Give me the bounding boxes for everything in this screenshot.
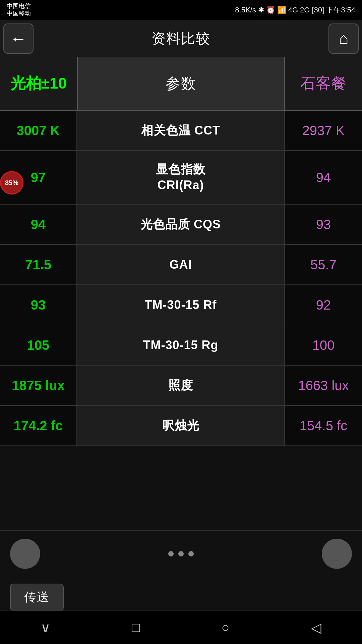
cell-left-fc: 174.2 fc xyxy=(0,406,77,445)
cell-center-cct: 相关色温 CCT xyxy=(77,111,285,150)
bottom-bar xyxy=(0,530,362,577)
wifi-icon: 📶 xyxy=(277,6,286,14)
cell-left-rf: 93 xyxy=(0,285,77,325)
home-button[interactable]: ⌂ xyxy=(328,23,359,54)
percent-text: 85% xyxy=(5,179,18,187)
param-label-lux: 照度 xyxy=(168,378,193,393)
table-row: 94 光色品质 CQS 93 xyxy=(0,205,362,245)
dot-1 xyxy=(168,551,174,556)
cell-left-cri: 97 85% xyxy=(0,151,77,204)
right-value-fc: 154.5 fc xyxy=(300,418,347,433)
signal-4g-icon: 4G xyxy=(288,6,298,14)
cell-left-cqs: 94 xyxy=(0,205,77,244)
cell-right-rg: 100 xyxy=(285,325,362,365)
cell-right-cct: 2937 K xyxy=(285,111,362,150)
page-dots xyxy=(168,551,194,556)
cell-right-cri: 94 xyxy=(285,151,362,204)
left-value-cri: 97 xyxy=(31,170,46,185)
left-value-gai: 71.5 xyxy=(25,257,51,272)
right-value-rf: 92 xyxy=(316,298,331,313)
battery-label: [30] xyxy=(312,6,324,14)
cell-left-cct: 3007 K xyxy=(0,111,77,150)
cell-left-rg: 105 xyxy=(0,325,77,365)
left-value-lux: 1875 lux xyxy=(12,378,65,393)
left-circle-button[interactable] xyxy=(10,539,40,569)
param-label-cct: 相关色温 CCT xyxy=(141,123,220,139)
cell-left-gai: 71.5 xyxy=(0,245,77,284)
table-row: 3007 K 相关色温 CCT 2937 K xyxy=(0,111,362,151)
table-row: 1875 lux 照度 1663 lux xyxy=(0,366,362,406)
table-row: 93 TM-30-15 Rf 92 xyxy=(0,285,362,325)
table-row: 174.2 fc 呎烛光 154.5 fc xyxy=(0,406,362,446)
table-row: 105 TM-30-15 Rg 100 xyxy=(0,325,362,366)
carrier1: 中国电信 xyxy=(7,3,31,10)
toolbar: ← 资料比较 ⌂ xyxy=(0,20,362,57)
nav-down-icon[interactable]: ∨ xyxy=(41,620,50,635)
param-label-fc: 呎烛光 xyxy=(162,418,199,434)
param-label-rf: TM-30-15 Rf xyxy=(144,297,217,313)
right-value-cqs: 93 xyxy=(316,217,331,232)
cell-center-gai: GAI xyxy=(77,245,285,284)
back-button[interactable]: ← xyxy=(3,23,34,54)
left-value-cct: 3007 K xyxy=(17,123,60,138)
back-arrow-icon: ← xyxy=(10,29,27,48)
cell-right-rf: 92 xyxy=(285,285,362,325)
carrier2: 中国移动 xyxy=(7,10,31,17)
status-right: 8.5K/s ✱ ⏰ 📶 4G 2G [30] 下午3:54 xyxy=(235,5,355,15)
right-column-header: 石客餐 xyxy=(285,57,362,110)
table-row: 71.5 GAI 55.7 xyxy=(0,245,362,285)
right-value-lux: 1663 lux xyxy=(298,378,349,393)
nav-square-icon[interactable]: □ xyxy=(132,620,140,635)
cell-left-lux: 1875 lux xyxy=(0,366,77,405)
left-device-label: 光柏±10 xyxy=(10,73,67,94)
right-device-label: 石客餐 xyxy=(300,73,347,94)
param-label-cri: 显色指数CRI(Ra) xyxy=(156,162,205,193)
cell-center-cri: 显色指数CRI(Ra) xyxy=(77,151,285,204)
percent-badge: 85% xyxy=(0,171,23,195)
cell-right-lux: 1663 lux xyxy=(285,366,362,405)
param-label-rg: TM-30-15 Rg xyxy=(143,337,218,353)
cell-right-cqs: 93 xyxy=(285,205,362,244)
left-value-cqs: 94 xyxy=(31,217,46,232)
center-column-header: 参数 xyxy=(77,57,285,110)
cell-center-rf: TM-30-15 Rf xyxy=(77,285,285,325)
param-label-gai: GAI xyxy=(169,257,192,273)
send-button[interactable]: 传送 xyxy=(10,584,64,611)
cell-center-fc: 呎烛光 xyxy=(77,406,285,445)
cell-right-gai: 55.7 xyxy=(285,245,362,284)
dot-3 xyxy=(188,551,194,556)
table-row: 97 85% 显色指数CRI(Ra) 94 xyxy=(0,151,362,205)
nav-back-icon[interactable]: ◁ xyxy=(311,620,321,635)
dot-2 xyxy=(178,551,184,556)
status-bar: 中国电信 中国移动 8.5K/s ✱ ⏰ 📶 4G 2G [30] 下午3:54 xyxy=(0,0,362,20)
cell-right-fc: 154.5 fc xyxy=(285,406,362,445)
network-speed: 8.5K/s xyxy=(235,6,256,14)
alarm-icon: ⏰ xyxy=(266,6,275,14)
page-title: 资料比较 xyxy=(152,29,210,48)
left-value-rf: 93 xyxy=(31,298,46,313)
right-value-gai: 55.7 xyxy=(310,257,337,272)
signal-2g-icon: 2G xyxy=(300,6,310,14)
param-label-cqs: 光色品质 CQS xyxy=(140,217,221,232)
left-column-header: 光柏±10 xyxy=(0,57,77,110)
right-value-cct: 2937 K xyxy=(302,123,345,138)
bluetooth-icon: ✱ xyxy=(258,6,264,14)
cell-center-rg: TM-30-15 Rg xyxy=(77,325,285,365)
compare-header: 光柏±10 参数 石客餐 xyxy=(0,57,362,111)
nav-circle-icon[interactable]: ○ xyxy=(221,620,229,635)
params-label: 参数 xyxy=(166,74,196,94)
cell-center-cqs: 光色品质 CQS xyxy=(77,205,285,244)
left-value-fc: 174.2 fc xyxy=(14,418,63,433)
time-display: 下午3:54 xyxy=(326,5,355,15)
send-bar: 传送 xyxy=(0,577,362,610)
carrier-info: 中国电信 中国移动 xyxy=(7,3,31,17)
right-value-cri: 94 xyxy=(316,170,331,185)
cri-left-container: 97 85% xyxy=(3,154,73,201)
data-table: 3007 K 相关色温 CCT 2937 K 97 85% 显色指数CRI(Ra… xyxy=(0,111,362,530)
system-nav-bar: ∨ □ ○ ◁ xyxy=(0,610,362,644)
cell-center-lux: 照度 xyxy=(77,366,285,405)
right-value-rg: 100 xyxy=(312,338,335,353)
right-circle-button[interactable] xyxy=(322,539,352,569)
home-icon: ⌂ xyxy=(339,29,349,48)
left-value-rg: 105 xyxy=(27,338,50,353)
